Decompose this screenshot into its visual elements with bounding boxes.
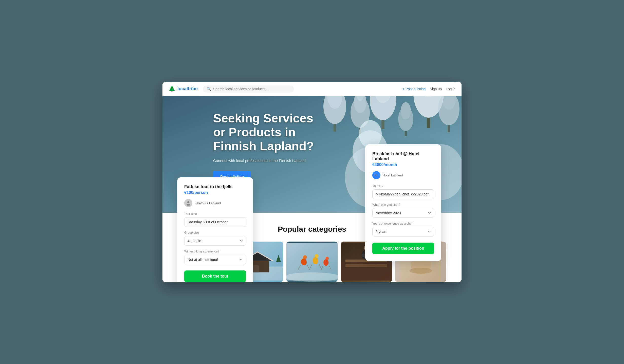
login-button[interactable]: Log in xyxy=(446,87,455,91)
booking-card-title: Fatbike tour in the fjells xyxy=(184,184,246,189)
apply-position-button[interactable]: Apply for the position xyxy=(372,243,434,254)
search-bar[interactable]: 🔍 xyxy=(203,85,294,93)
group-size-group: Group size 4 people xyxy=(184,231,246,246)
tour-date-label: Tour date xyxy=(184,212,246,216)
svg-point-71 xyxy=(187,204,190,206)
cv-label: Your CV xyxy=(372,184,434,188)
job-card-provider: HL Hotel Lapland xyxy=(372,171,434,179)
job-salary: €4000/month xyxy=(372,162,434,167)
provider-avatar xyxy=(184,199,192,207)
search-icon: 🔍 xyxy=(207,87,211,91)
provider-name: Biketours Lapland xyxy=(194,201,221,205)
search-input[interactable] xyxy=(213,87,290,91)
chef-experience-label: Years of experience as a chef xyxy=(372,222,434,225)
chef-experience-select[interactable]: 5 years xyxy=(372,227,434,236)
logo-icon: 🌲 xyxy=(169,86,175,92)
job-provider-name: Hotel Lapland xyxy=(382,173,403,177)
svg-point-69 xyxy=(409,268,432,274)
tour-date-input[interactable] xyxy=(184,217,246,227)
start-date-label: When can you start? xyxy=(372,203,434,207)
tour-date-group: Tour date xyxy=(184,212,246,227)
svg-point-70 xyxy=(187,201,189,203)
book-tour-button[interactable]: Book the tour xyxy=(184,270,246,282)
svg-rect-41 xyxy=(253,265,259,272)
category-card-3[interactable] xyxy=(286,242,338,282)
post-listing-link[interactable]: + Post a listing xyxy=(402,87,426,91)
job-provider-avatar: HL xyxy=(372,171,380,179)
cv-group: Your CV xyxy=(372,184,434,199)
navbar: 🌲 localtribe 🔍 + Post a listing Sign up … xyxy=(162,82,462,96)
browser-window: 🌲 localtribe 🔍 + Post a listing Sign up … xyxy=(162,82,462,282)
booking-card-provider: Biketours Lapland xyxy=(184,199,246,207)
svg-rect-61 xyxy=(345,264,388,267)
hero-title: Seeking Services or Products in Finnish … xyxy=(213,111,320,153)
booking-card-price: €100/person xyxy=(184,190,246,195)
logo[interactable]: 🌲 localtribe xyxy=(169,86,198,92)
experience-group: Winter biking experience? Not at all, fi… xyxy=(184,250,246,264)
job-card-title: Breakfast chef @ Hotel Lapland xyxy=(372,151,434,161)
group-size-label: Group size xyxy=(184,231,246,234)
chef-experience-group: Years of experience as a chef 5 years xyxy=(372,222,434,236)
job-card: Breakfast chef @ Hotel Lapland €4000/mon… xyxy=(365,144,441,261)
start-date-group: When can you start? November 2023 xyxy=(372,203,434,218)
nav-actions: + Post a listing Sign up Log in xyxy=(402,87,455,91)
logo-text: localtribe xyxy=(177,86,198,92)
svg-point-58 xyxy=(286,272,338,282)
cv-input[interactable] xyxy=(372,189,434,199)
main-content: Seeking Services or Products in Finnish … xyxy=(162,96,462,282)
experience-label: Winter biking experience? xyxy=(184,250,246,253)
experience-select[interactable]: Not at all, first time! xyxy=(184,255,246,264)
start-date-select[interactable]: November 2023 xyxy=(372,208,434,218)
signup-button[interactable]: Sign up xyxy=(430,87,442,91)
group-size-select[interactable]: 4 people xyxy=(184,236,246,246)
booking-card: Fatbike tour in the fjells €100/person B… xyxy=(177,177,253,282)
